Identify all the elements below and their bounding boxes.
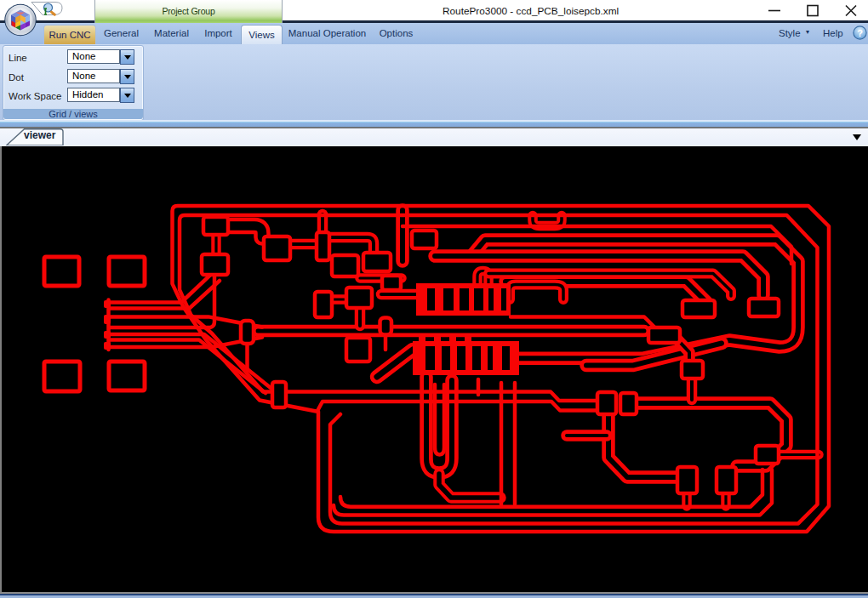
svg-text:?: ?: [857, 28, 863, 38]
